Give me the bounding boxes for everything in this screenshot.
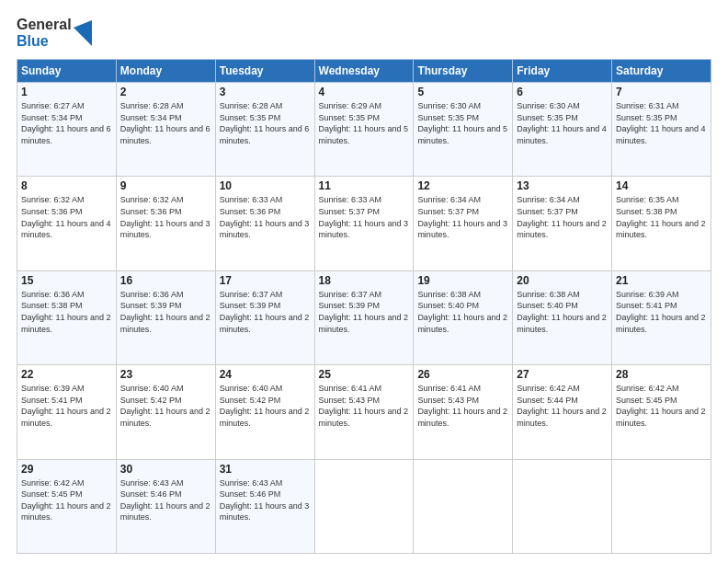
sunset-text: Sunset: 5:40 PM xyxy=(417,300,508,312)
daylight-text: Daylight: 11 hours and 2 minutes. xyxy=(517,218,608,241)
day-number: 17 xyxy=(220,274,311,287)
table-row: 9 Sunrise: 6:32 AM Sunset: 5:36 PM Dayli… xyxy=(116,177,215,270)
table-row: 12 Sunrise: 6:34 AM Sunset: 5:37 PM Dayl… xyxy=(414,177,513,270)
day-number: 7 xyxy=(616,86,707,98)
table-row: 6 Sunrise: 6:30 AM Sunset: 5:35 PM Dayli… xyxy=(513,83,612,177)
sunset-text: Sunset: 5:36 PM xyxy=(120,206,211,218)
table-row: 5 Sunrise: 6:30 AM Sunset: 5:35 PM Dayli… xyxy=(414,83,513,177)
daylight-text: Daylight: 11 hours and 2 minutes. xyxy=(417,312,508,335)
sunset-text: Sunset: 5:38 PM xyxy=(616,206,707,218)
sunset-text: Sunset: 5:37 PM xyxy=(417,206,508,218)
sunrise-text: Sunrise: 6:42 AM xyxy=(517,383,608,395)
table-row: 23 Sunrise: 6:40 AM Sunset: 5:42 PM Dayl… xyxy=(116,365,215,459)
sunrise-text: Sunrise: 6:29 AM xyxy=(319,100,410,112)
sunset-text: Sunset: 5:35 PM xyxy=(517,112,608,124)
table-row: 31 Sunrise: 6:43 AM Sunset: 5:46 PM Dayl… xyxy=(215,459,314,553)
cell-info: Sunrise: 6:38 AM Sunset: 5:40 PM Dayligh… xyxy=(417,289,508,335)
table-row: 7 Sunrise: 6:31 AM Sunset: 5:35 PM Dayli… xyxy=(612,83,711,177)
cell-info: Sunrise: 6:35 AM Sunset: 5:38 PM Dayligh… xyxy=(616,194,707,240)
table-row: 19 Sunrise: 6:38 AM Sunset: 5:40 PM Dayl… xyxy=(414,270,513,364)
sunrise-text: Sunrise: 6:39 AM xyxy=(616,289,707,301)
daylight-text: Daylight: 11 hours and 6 minutes. xyxy=(220,123,311,146)
daylight-text: Daylight: 11 hours and 2 minutes. xyxy=(616,218,707,241)
sunrise-text: Sunrise: 6:34 AM xyxy=(517,194,608,206)
day-number: 10 xyxy=(220,179,311,192)
table-row: 30 Sunrise: 6:43 AM Sunset: 5:46 PM Dayl… xyxy=(116,459,215,553)
cell-info: Sunrise: 6:37 AM Sunset: 5:39 PM Dayligh… xyxy=(220,289,311,335)
day-number: 5 xyxy=(417,86,508,98)
cell-info: Sunrise: 6:34 AM Sunset: 5:37 PM Dayligh… xyxy=(517,194,608,240)
day-number: 25 xyxy=(319,368,410,381)
sunrise-text: Sunrise: 6:39 AM xyxy=(21,383,112,395)
table-row: 8 Sunrise: 6:32 AM Sunset: 5:36 PM Dayli… xyxy=(17,177,117,270)
calendar-week-row: 29 Sunrise: 6:42 AM Sunset: 5:45 PM Dayl… xyxy=(17,459,711,553)
sunrise-text: Sunrise: 6:27 AM xyxy=(21,100,112,112)
day-number: 24 xyxy=(220,368,311,381)
cell-info: Sunrise: 6:42 AM Sunset: 5:45 PM Dayligh… xyxy=(616,383,707,429)
cell-info: Sunrise: 6:43 AM Sunset: 5:46 PM Dayligh… xyxy=(220,477,311,523)
daylight-text: Daylight: 11 hours and 2 minutes. xyxy=(120,312,211,335)
day-number: 9 xyxy=(120,179,211,192)
sunset-text: Sunset: 5:35 PM xyxy=(417,112,508,124)
day-number: 28 xyxy=(616,368,707,381)
daylight-text: Daylight: 11 hours and 2 minutes. xyxy=(319,406,410,429)
daylight-text: Daylight: 11 hours and 3 minutes. xyxy=(220,500,311,523)
sunset-text: Sunset: 5:35 PM xyxy=(220,112,311,124)
daylight-text: Daylight: 11 hours and 4 minutes. xyxy=(616,123,707,146)
calendar-table: Sunday Monday Tuesday Wednesday Thursday… xyxy=(17,59,711,554)
sunset-text: Sunset: 5:37 PM xyxy=(319,206,410,218)
sunrise-text: Sunrise: 6:38 AM xyxy=(517,289,608,301)
sunset-text: Sunset: 5:35 PM xyxy=(616,112,707,124)
table-row: 4 Sunrise: 6:29 AM Sunset: 5:35 PM Dayli… xyxy=(314,83,414,177)
day-number: 19 xyxy=(417,274,508,287)
daylight-text: Daylight: 11 hours and 2 minutes. xyxy=(417,406,508,429)
sunset-text: Sunset: 5:44 PM xyxy=(517,395,608,407)
daylight-text: Daylight: 11 hours and 2 minutes. xyxy=(21,500,112,523)
table-row: 16 Sunrise: 6:36 AM Sunset: 5:39 PM Dayl… xyxy=(116,270,215,364)
table-row xyxy=(314,459,414,553)
col-monday: Monday xyxy=(116,60,215,83)
daylight-text: Daylight: 11 hours and 5 minutes. xyxy=(417,123,508,146)
sunrise-text: Sunrise: 6:42 AM xyxy=(21,477,112,489)
day-number: 6 xyxy=(517,86,608,98)
table-row: 29 Sunrise: 6:42 AM Sunset: 5:45 PM Dayl… xyxy=(17,459,117,553)
table-row: 27 Sunrise: 6:42 AM Sunset: 5:44 PM Dayl… xyxy=(513,365,612,459)
day-number: 1 xyxy=(21,86,112,98)
daylight-text: Daylight: 11 hours and 6 minutes. xyxy=(120,123,211,146)
daylight-text: Daylight: 11 hours and 2 minutes. xyxy=(517,312,608,335)
cell-info: Sunrise: 6:33 AM Sunset: 5:36 PM Dayligh… xyxy=(220,194,311,240)
day-number: 18 xyxy=(319,274,410,287)
sunrise-text: Sunrise: 6:33 AM xyxy=(319,194,410,206)
table-row: 2 Sunrise: 6:28 AM Sunset: 5:34 PM Dayli… xyxy=(116,83,215,177)
cell-info: Sunrise: 6:33 AM Sunset: 5:37 PM Dayligh… xyxy=(319,194,410,240)
day-number: 14 xyxy=(616,179,707,192)
sunrise-text: Sunrise: 6:32 AM xyxy=(21,194,112,206)
day-number: 3 xyxy=(220,86,311,98)
daylight-text: Daylight: 11 hours and 6 minutes. xyxy=(21,123,112,146)
daylight-text: Daylight: 11 hours and 2 minutes. xyxy=(517,406,608,429)
sunset-text: Sunset: 5:39 PM xyxy=(120,300,211,312)
sunset-text: Sunset: 5:43 PM xyxy=(319,395,410,407)
col-saturday: Saturday xyxy=(612,60,711,83)
day-number: 30 xyxy=(120,463,211,476)
sunrise-text: Sunrise: 6:32 AM xyxy=(120,194,211,206)
table-row: 25 Sunrise: 6:41 AM Sunset: 5:43 PM Dayl… xyxy=(314,365,414,459)
col-friday: Friday xyxy=(513,60,612,83)
cell-info: Sunrise: 6:41 AM Sunset: 5:43 PM Dayligh… xyxy=(319,383,410,429)
daylight-text: Daylight: 11 hours and 2 minutes. xyxy=(319,312,410,335)
page: General Blue Sunday Monday Tuesday Wedne… xyxy=(0,0,728,563)
calendar-week-row: 22 Sunrise: 6:39 AM Sunset: 5:41 PM Dayl… xyxy=(17,365,711,459)
cell-info: Sunrise: 6:30 AM Sunset: 5:35 PM Dayligh… xyxy=(417,100,508,146)
cell-info: Sunrise: 6:31 AM Sunset: 5:35 PM Dayligh… xyxy=(616,100,707,146)
daylight-text: Daylight: 11 hours and 2 minutes. xyxy=(21,312,112,335)
cell-info: Sunrise: 6:27 AM Sunset: 5:34 PM Dayligh… xyxy=(21,100,112,146)
cell-info: Sunrise: 6:28 AM Sunset: 5:35 PM Dayligh… xyxy=(220,100,311,146)
sunset-text: Sunset: 5:41 PM xyxy=(21,395,112,407)
daylight-text: Daylight: 11 hours and 3 minutes. xyxy=(417,218,508,241)
sunset-text: Sunset: 5:37 PM xyxy=(517,206,608,218)
table-row: 28 Sunrise: 6:42 AM Sunset: 5:45 PM Dayl… xyxy=(612,365,711,459)
day-number: 11 xyxy=(319,179,410,192)
sunset-text: Sunset: 5:35 PM xyxy=(319,112,410,124)
day-number: 2 xyxy=(120,86,211,98)
cell-info: Sunrise: 6:28 AM Sunset: 5:34 PM Dayligh… xyxy=(120,100,211,146)
